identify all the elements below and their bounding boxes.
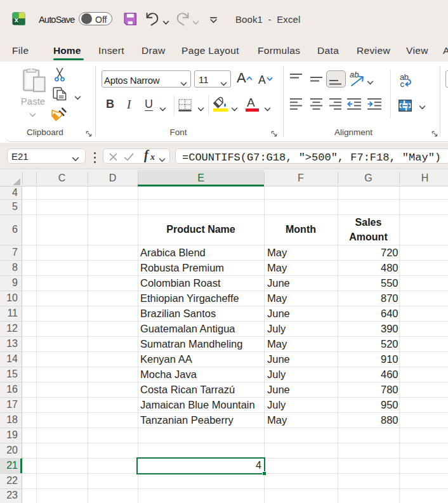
svg-text:x: x xyxy=(15,16,19,23)
svg-text:c: c xyxy=(400,79,405,88)
